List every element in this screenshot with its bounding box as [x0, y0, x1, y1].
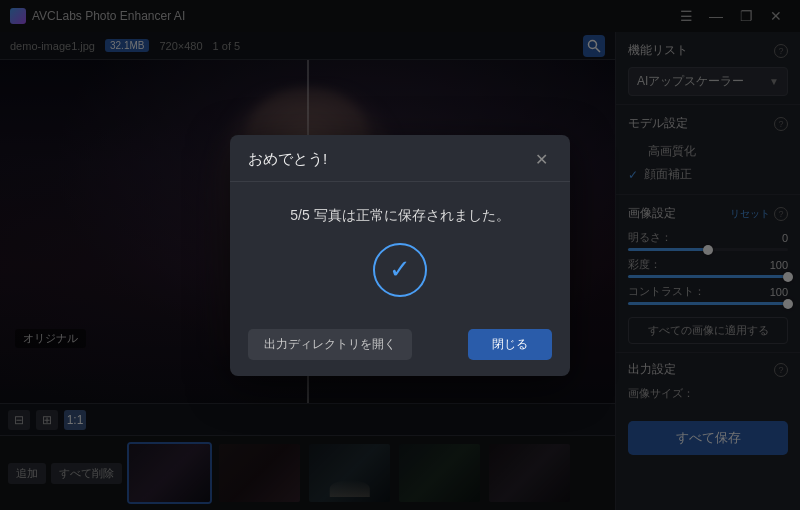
open-output-btn[interactable]: 出力ディレクトリを開く — [248, 329, 412, 360]
dialog-title: おめでとう! — [248, 150, 327, 169]
dialog-close-btn[interactable]: ✕ — [530, 149, 552, 171]
dialog-checkmark: ✓ — [373, 243, 427, 297]
dialog-header: おめでとう! ✕ — [230, 135, 570, 182]
success-dialog: おめでとう! ✕ 5/5 写真は正常に保存されました。 ✓ 出力ディレクトリを開… — [230, 135, 570, 376]
dialog-body: 5/5 写真は正常に保存されました。 ✓ — [230, 182, 570, 317]
close-dialog-btn[interactable]: 閉じる — [468, 329, 552, 360]
dialog-message: 5/5 写真は正常に保存されました。 — [290, 207, 509, 225]
dialog-footer: 出力ディレクトリを開く 閉じる — [230, 317, 570, 376]
dialog-overlay: おめでとう! ✕ 5/5 写真は正常に保存されました。 ✓ 出力ディレクトリを開… — [0, 0, 800, 510]
